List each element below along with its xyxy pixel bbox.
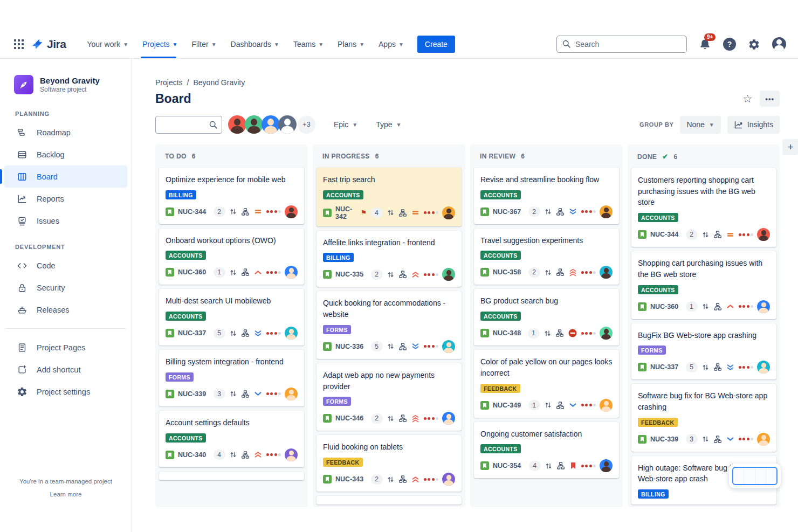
sidebar-item-releases[interactable]: Releases bbox=[4, 299, 127, 321]
assignee-avatar[interactable] bbox=[285, 448, 298, 461]
assignee-avatar[interactable] bbox=[228, 115, 246, 134]
assignee-avatar[interactable] bbox=[442, 206, 455, 219]
chevron-down-icon: ▼ bbox=[359, 42, 364, 47]
issue-card[interactable]: Ongoing customer satisfactionACCOUNTSNUC… bbox=[474, 422, 619, 479]
assignee-avatar[interactable] bbox=[600, 266, 613, 279]
issue-card[interactable]: Account settings defaultsACCOUNTSNUC-340… bbox=[159, 411, 304, 467]
assignee-avatar[interactable] bbox=[245, 115, 263, 134]
sidebar-item-board[interactable]: Board bbox=[4, 165, 127, 188]
sidebar-item-roadmap[interactable]: Roadmap bbox=[4, 121, 127, 143]
app-switcher-icon[interactable] bbox=[14, 39, 24, 49]
subtasks-icon bbox=[713, 230, 722, 239]
board-column-in-progress: IN PROGRESS6Fast trip searchACCOUNTSNUC-… bbox=[313, 144, 465, 507]
assignee-avatar[interactable] bbox=[285, 266, 298, 279]
issue-key: NUC-342 bbox=[335, 205, 357, 220]
learn-more-link[interactable]: Learn more bbox=[0, 488, 132, 501]
assignee-avatar[interactable] bbox=[442, 473, 455, 486]
nav-item-projects[interactable]: Projects▼ bbox=[135, 30, 184, 58]
activity-dots-icon bbox=[739, 438, 754, 440]
sidebar-item-issues[interactable]: Issues bbox=[4, 210, 127, 232]
assignee-avatar[interactable] bbox=[600, 399, 613, 412]
estimate-badge: 1 bbox=[528, 400, 540, 410]
assignee-avatar[interactable] bbox=[442, 268, 455, 281]
issue-card-partial[interactable] bbox=[159, 472, 304, 480]
issue-card[interactable]: Shopping cart purchasing issues with the… bbox=[631, 251, 776, 319]
issue-card[interactable]: Adapt web app no new payments providerFO… bbox=[317, 363, 462, 431]
assignee-avatar[interactable] bbox=[262, 115, 280, 134]
assignee-avatar[interactable] bbox=[757, 300, 770, 313]
assignee-avatar[interactable] bbox=[285, 327, 298, 340]
issue-card[interactable]: Affelite links integration - frontendBIL… bbox=[317, 231, 462, 287]
create-button[interactable]: Create bbox=[417, 36, 455, 53]
nav-item-teams[interactable]: Teams▼ bbox=[286, 30, 331, 58]
assignee-avatar[interactable] bbox=[600, 327, 613, 340]
assignee-avatar[interactable] bbox=[757, 228, 770, 241]
sidebar-item-project-pages[interactable]: Project Pages bbox=[4, 336, 127, 358]
nav-item-plans[interactable]: Plans▼ bbox=[331, 30, 372, 58]
issue-card[interactable]: Fluid booking on tabletsFEEDBACKNUC-3432 bbox=[317, 435, 462, 492]
assignee-avatar[interactable] bbox=[442, 340, 455, 353]
activity-dots-icon bbox=[581, 404, 596, 406]
sidebar-item-add-shortcut[interactable]: Add shortcut bbox=[4, 358, 127, 381]
assignee-avatar[interactable] bbox=[757, 433, 770, 446]
group-by-dropdown[interactable]: None▼ bbox=[680, 116, 720, 134]
issue-card[interactable]: Customers reporting shopping cart purcha… bbox=[631, 168, 776, 247]
subtasks-icon bbox=[713, 435, 722, 444]
issue-card[interactable]: Billing system integration - frontendFOR… bbox=[159, 350, 304, 406]
assignee-avatar[interactable] bbox=[757, 361, 770, 374]
sidebar-item-backlog[interactable]: Backlog bbox=[4, 143, 127, 165]
issue-key: NUC-358 bbox=[493, 268, 521, 276]
issue-card-partial[interactable] bbox=[317, 496, 462, 505]
sidebar-item-security[interactable]: Security bbox=[4, 277, 127, 299]
add-column-button[interactable]: + bbox=[782, 139, 798, 155]
nav-item-your-work[interactable]: Your work▼ bbox=[80, 30, 135, 58]
issue-card[interactable]: Travel suggestion experimentsACCOUNTSNUC… bbox=[474, 229, 619, 285]
sidebar-item-project-settings[interactable]: Project settings bbox=[4, 381, 127, 403]
branch-icon bbox=[701, 363, 710, 371]
nav-item-apps[interactable]: Apps▼ bbox=[372, 30, 411, 58]
issue-card[interactable]: Fast trip searchACCOUNTSNUC-342⚑4 bbox=[317, 168, 462, 226]
issue-card[interactable]: Multi-dest search UI mobilewebACCOUNTSNU… bbox=[159, 289, 304, 346]
branch-icon bbox=[387, 475, 395, 483]
issue-card[interactable]: Quick booking for accommodations - websi… bbox=[317, 291, 462, 358]
search-input[interactable] bbox=[556, 36, 687, 53]
board-column-to-do: TO DO6Optimize experience for mobile web… bbox=[155, 144, 308, 507]
nav-item-dashboards[interactable]: Dashboards▼ bbox=[224, 30, 286, 58]
issue-card[interactable]: Onboard workout options (OWO)ACCOUNTSNUC… bbox=[159, 229, 304, 285]
assignee-avatar[interactable] bbox=[278, 115, 297, 134]
insights-button[interactable]: Insights bbox=[727, 116, 780, 134]
type-filter-dropdown[interactable]: Type▼ bbox=[376, 120, 401, 129]
issue-label: FEEDBACK bbox=[323, 458, 363, 467]
assignee-avatar[interactable] bbox=[285, 388, 298, 400]
assignee-avatar[interactable] bbox=[285, 205, 298, 218]
help-button[interactable]: ? bbox=[723, 38, 736, 51]
breadcrumb-projects[interactable]: Projects bbox=[155, 78, 183, 87]
board-more-button[interactable]: ••• bbox=[760, 91, 780, 107]
epic-filter-dropdown[interactable]: Epic▼ bbox=[334, 120, 357, 129]
issue-card[interactable]: Optimize experience for mobile webBILLIN… bbox=[159, 168, 304, 224]
sidebar-item-reports[interactable]: Reports bbox=[4, 188, 127, 210]
issue-key: NUC-367 bbox=[493, 208, 521, 216]
floating-popup[interactable] bbox=[729, 464, 781, 488]
assignee-avatar[interactable] bbox=[600, 205, 613, 218]
sidebar-item-code[interactable]: Code bbox=[4, 254, 127, 277]
avatar-overflow-chip[interactable]: +3 bbox=[298, 116, 315, 134]
project-header[interactable]: Beyond Gravity Software project bbox=[0, 71, 132, 99]
issue-card[interactable]: Revise and streamline booking flowACCOUN… bbox=[474, 168, 619, 224]
settings-button[interactable] bbox=[748, 38, 760, 51]
assignee-avatar[interactable] bbox=[600, 459, 613, 472]
issue-footer: NUC-3601 bbox=[166, 266, 298, 279]
team-managed-note: You're in a team-managed project bbox=[0, 475, 132, 488]
issue-card[interactable]: BugFix BG Web-store app crashingFORMSNUC… bbox=[631, 323, 776, 380]
assignee-avatar[interactable] bbox=[442, 412, 455, 425]
profile-button[interactable] bbox=[772, 37, 786, 51]
issue-card[interactable]: Software bug fix for BG Web-store app cr… bbox=[631, 384, 776, 451]
breadcrumb-project-name[interactable]: Beyond Gravity bbox=[193, 78, 245, 87]
issue-card[interactable]: Color of pale yellow on our pages looks … bbox=[474, 350, 619, 417]
issue-card[interactable]: BG product search bugACCOUNTSNUC-3481 bbox=[474, 289, 619, 346]
nav-item-filter[interactable]: Filter▼ bbox=[185, 30, 224, 58]
notifications-button[interactable]: 9+ bbox=[699, 38, 711, 51]
favorite-star-icon[interactable]: ☆ bbox=[740, 91, 754, 106]
activity-dots-icon bbox=[424, 273, 439, 276]
jira-logo[interactable]: Jira bbox=[31, 38, 66, 51]
